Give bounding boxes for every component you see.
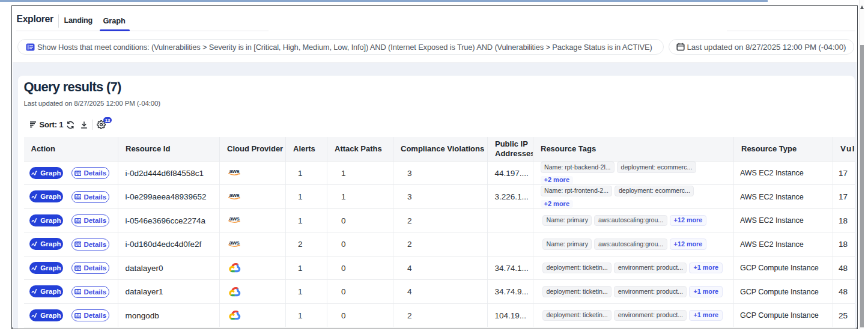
- svg-text:aws: aws: [229, 192, 240, 198]
- svg-text:aws: aws: [229, 215, 240, 222]
- svg-text:aws: aws: [229, 168, 240, 174]
- svg-text:aws: aws: [229, 239, 240, 246]
